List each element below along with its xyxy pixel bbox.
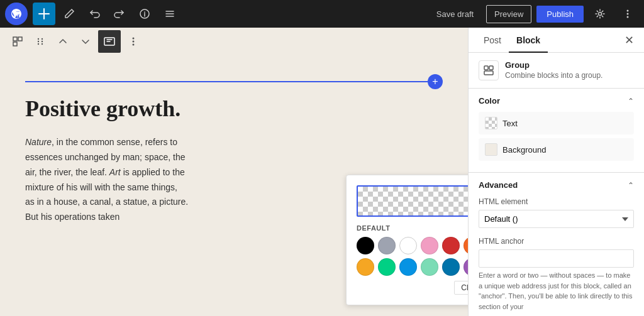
body-text: Nature, in the common sense, refers to e… xyxy=(25,135,189,225)
block-separator: + xyxy=(25,74,443,89)
add-block-button[interactable] xyxy=(33,3,55,25)
group-block-icon-panel xyxy=(483,65,494,76)
group-icon xyxy=(104,37,115,46)
svg-rect-7 xyxy=(18,37,22,41)
gear-icon xyxy=(594,8,606,19)
info-button[interactable] xyxy=(133,3,156,25)
swatch-red[interactable] xyxy=(442,237,460,254)
block-name: Group xyxy=(505,60,602,70)
insert-block-button[interactable]: + xyxy=(428,74,443,89)
page-title: Positive growth. xyxy=(25,95,443,123)
color-picker-popup: DEFAULT Cl xyxy=(346,175,468,305)
more-options-button[interactable] xyxy=(616,3,639,25)
svg-point-11 xyxy=(42,41,43,42)
editor-content: + Positive growth. Nature, in the common… xyxy=(0,55,468,237)
swatch-pink[interactable] xyxy=(421,237,438,254)
advanced-chevron-icon: ⌃ xyxy=(628,181,634,190)
swatch-teal[interactable] xyxy=(399,258,417,276)
html-anchor-input[interactable] xyxy=(479,249,634,268)
advanced-title: Advanced xyxy=(479,180,518,190)
swatch-blue[interactable] xyxy=(442,258,460,276)
block-desc: Combine blocks into a group. xyxy=(505,71,602,80)
settings-button[interactable] xyxy=(589,3,611,25)
html-element-label: HTML element xyxy=(479,197,634,206)
chevron-down-icon xyxy=(80,36,91,46)
svg-point-4 xyxy=(627,16,629,18)
document-overview-button[interactable] xyxy=(8,31,28,52)
preview-button[interactable]: Preview xyxy=(486,5,531,23)
chevron-up-icon xyxy=(58,36,68,46)
svg-rect-5 xyxy=(13,37,17,41)
color-swatches-row2 xyxy=(357,258,468,276)
ellipsis-icon xyxy=(622,8,633,19)
move-down-button[interactable] xyxy=(75,31,96,52)
advanced-header[interactable]: Advanced ⌃ xyxy=(479,180,634,190)
svg-rect-19 xyxy=(489,66,493,70)
svg-point-9 xyxy=(42,38,43,40)
color-preview[interactable] xyxy=(357,185,468,217)
save-draft-button[interactable]: Save draft xyxy=(429,6,481,23)
top-toolbar: Save draft Preview Publish xyxy=(0,0,644,28)
dots-vertical-icon xyxy=(128,36,139,47)
color-swatches-row1 xyxy=(357,237,468,254)
swatch-gray[interactable] xyxy=(378,237,396,254)
wp-logo-icon xyxy=(10,8,23,20)
swatch-white[interactable] xyxy=(399,237,417,254)
post-tab[interactable]: Post xyxy=(476,28,509,53)
panel-tabs: Post Block ✕ xyxy=(469,28,644,53)
swatch-yellow[interactable] xyxy=(357,258,374,276)
background-color-option[interactable]: Background xyxy=(479,138,634,161)
editor-area: + Positive growth. Nature, in the common… xyxy=(0,28,468,316)
redo-icon xyxy=(114,8,125,19)
text-color-swatch xyxy=(485,117,497,129)
list-icon xyxy=(164,8,175,19)
html-element-field-group: HTML element Default () xyxy=(479,197,634,228)
swatch-green[interactable] xyxy=(378,258,396,276)
clear-color-button[interactable]: Clear xyxy=(454,281,468,295)
tools-button[interactable] xyxy=(58,3,80,25)
swatch-purple[interactable] xyxy=(464,258,468,276)
html-anchor-field-group: HTML anchor Enter a word or two — withou… xyxy=(479,237,634,312)
svg-point-13 xyxy=(42,43,43,45)
color-chevron-icon: ⌃ xyxy=(628,97,634,106)
text-color-option[interactable]: Text xyxy=(479,112,634,134)
undo-icon xyxy=(89,8,100,19)
block-options-button[interactable] xyxy=(123,31,143,52)
advanced-section: Advanced ⌃ HTML element Default () HTML … xyxy=(469,173,644,316)
drag-icon xyxy=(35,36,46,47)
block-info: Group Combine blocks into a group. xyxy=(469,53,644,89)
toolbar-right: Save draft Preview Publish xyxy=(429,3,639,25)
block-info-text: Group Combine blocks into a group. xyxy=(505,60,602,80)
panel-close-button[interactable]: ✕ xyxy=(622,31,636,50)
swatch-black[interactable] xyxy=(357,237,374,254)
text-color-label: Text xyxy=(502,119,518,128)
list-view-button[interactable] xyxy=(158,3,181,25)
background-color-swatch xyxy=(485,143,497,156)
html-anchor-hint: Enter a word or two — without spaces — t… xyxy=(479,270,634,312)
redo-button[interactable] xyxy=(108,3,131,25)
color-panel-section: Color ⌃ Text Background xyxy=(469,89,644,173)
background-color-label: Background xyxy=(502,145,546,155)
svg-point-15 xyxy=(133,38,135,40)
svg-point-10 xyxy=(38,41,39,42)
block-tab[interactable]: Block xyxy=(509,28,548,53)
block-toolbar xyxy=(0,28,468,55)
svg-point-2 xyxy=(627,10,629,12)
info-icon xyxy=(139,8,150,19)
color-section-header[interactable]: Color ⌃ xyxy=(479,96,634,106)
svg-point-12 xyxy=(38,43,39,45)
color-section-label: DEFAULT xyxy=(357,224,468,232)
svg-point-16 xyxy=(133,41,135,43)
html-element-select[interactable]: Default () xyxy=(479,210,634,228)
svg-point-1 xyxy=(599,13,602,16)
drag-handle[interactable] xyxy=(30,31,50,52)
publish-button[interactable]: Publish xyxy=(536,6,584,23)
pencil-icon xyxy=(64,8,75,19)
move-up-button[interactable] xyxy=(53,31,73,52)
undo-button[interactable] xyxy=(83,3,106,25)
right-panel: Post Block ✕ Group Combine blocks into a… xyxy=(468,28,644,316)
main-layout: + Positive growth. Nature, in the common… xyxy=(0,28,644,316)
svg-point-8 xyxy=(38,38,39,40)
swatch-orange[interactable] xyxy=(464,237,468,254)
swatch-cyan[interactable] xyxy=(421,258,438,276)
